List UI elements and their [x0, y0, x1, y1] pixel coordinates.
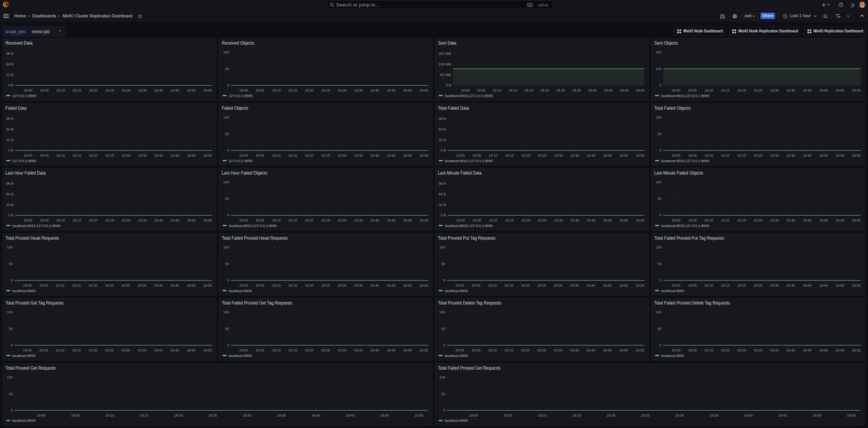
svg-text:96 B: 96 B [439, 117, 446, 120]
svg-text:19:45: 19:45 [386, 88, 395, 92]
svg-text:19:55: 19:55 [636, 88, 645, 92]
svg-text:64 B: 64 B [6, 192, 13, 196]
svg-text:19:05: 19:05 [255, 218, 265, 222]
svg-text:19:15: 19:15 [721, 88, 730, 92]
svg-text:19:10: 19:10 [272, 218, 281, 222]
svg-text:19:10: 19:10 [493, 88, 501, 92]
svg-text:19:35: 19:35 [354, 88, 363, 92]
svg-text:localhost:9000: localhost:9000 [661, 354, 684, 358]
svg-text:19:00: 19:00 [24, 218, 32, 222]
svg-text:19:05: 19:05 [40, 218, 49, 222]
svg-text:19:05: 19:05 [472, 283, 480, 287]
svg-text:19:45: 19:45 [819, 154, 828, 157]
svg-text:32 B: 32 B [439, 203, 446, 207]
svg-text:19:40: 19:40 [803, 348, 811, 353]
svg-text:0: 0 [227, 343, 229, 347]
svg-text:19:20: 19:20 [89, 218, 98, 222]
svg-text:19:35: 19:35 [570, 218, 579, 222]
svg-text:Total Proxied Put Tag Requests: Total Proxied Put Tag Requests [438, 236, 495, 241]
svg-text:50: 50 [441, 262, 445, 266]
svg-text:50: 50 [657, 327, 661, 331]
svg-text:19:10: 19:10 [56, 283, 64, 287]
svg-text:localhost:9010,127.0.0.1:9000: localhost:9010,127.0.0.1:9000 [661, 224, 709, 228]
svg-text:200: 200 [655, 50, 661, 54]
svg-text:100: 100 [439, 375, 445, 379]
svg-text:19:20: 19:20 [737, 348, 746, 353]
svg-text:19:45: 19:45 [170, 348, 179, 353]
svg-text:19:05: 19:05 [688, 154, 697, 157]
svg-text:19:15: 19:15 [721, 154, 730, 157]
svg-text:50: 50 [225, 197, 229, 201]
svg-text:19:00: 19:00 [469, 414, 478, 417]
svg-text:localhost:9010,127.0.0.1:9000: localhost:9010,127.0.0.1:9000 [12, 224, 60, 228]
svg-text:19:45: 19:45 [819, 218, 828, 222]
svg-text:100: 100 [7, 245, 13, 249]
svg-text:50: 50 [9, 262, 13, 266]
svg-text:19:25: 19:25 [321, 88, 330, 92]
svg-text:Total Failed Proxied Delete Ta: Total Failed Proxied Delete Tag Requests [654, 300, 730, 306]
svg-text:19:20: 19:20 [89, 154, 98, 157]
svg-text:localhost:9000: localhost:9000 [445, 419, 468, 423]
svg-text:64 B: 64 B [439, 192, 446, 196]
svg-text:Last Minute Failed Data: Last Minute Failed Data [438, 171, 482, 176]
svg-text:100: 100 [655, 115, 661, 119]
svg-text:19:55: 19:55 [203, 283, 212, 287]
svg-text:19:10: 19:10 [704, 218, 713, 222]
svg-text:19:15: 19:15 [504, 348, 514, 353]
svg-text:19:40: 19:40 [154, 88, 163, 92]
svg-text:19:20: 19:20 [737, 218, 746, 222]
svg-text:19:20: 19:20 [525, 88, 533, 92]
svg-text:64 B: 64 B [439, 127, 446, 131]
svg-text:19:30: 19:30 [770, 154, 779, 157]
svg-text:64 B: 64 B [6, 62, 13, 66]
svg-text:19:55: 19:55 [636, 348, 644, 353]
svg-text:50: 50 [657, 132, 661, 136]
svg-text:0 B: 0 B [8, 213, 13, 217]
svg-text:19:50: 19:50 [835, 348, 844, 353]
svg-text:19:55: 19:55 [420, 348, 428, 353]
svg-text:19:10: 19:10 [56, 218, 65, 222]
svg-text:19:50: 19:50 [619, 218, 628, 222]
svg-text:19:35: 19:35 [277, 414, 286, 417]
svg-text:19:00: 19:00 [24, 88, 32, 92]
svg-text:19:30: 19:30 [554, 283, 562, 287]
svg-text:19:20: 19:20 [305, 154, 313, 157]
svg-text:Total Proxied Get Requests: Total Proxied Get Requests [5, 366, 56, 371]
svg-text:19:25: 19:25 [537, 154, 546, 157]
svg-text:19:20: 19:20 [89, 348, 97, 353]
svg-text:19:15: 19:15 [72, 283, 81, 287]
svg-text:19:35: 19:35 [570, 348, 579, 353]
svg-text:19:40: 19:40 [587, 218, 595, 222]
svg-text:100: 100 [439, 310, 445, 314]
svg-text:19:55: 19:55 [420, 154, 428, 157]
svg-text:19:40: 19:40 [370, 88, 379, 92]
svg-text:19:40: 19:40 [370, 283, 379, 287]
svg-text:localhost:9010,127.0.0.1:9000: localhost:9010,127.0.0.1:9000 [661, 159, 709, 163]
svg-text:localhost:9000: localhost:9000 [12, 419, 35, 423]
svg-text:128 MiB: 128 MiB [438, 62, 452, 66]
svg-text:19:25: 19:25 [321, 283, 330, 287]
svg-text:19:50: 19:50 [835, 218, 844, 222]
svg-text:19:50: 19:50 [620, 88, 628, 92]
svg-text:19:05: 19:05 [503, 414, 513, 417]
svg-text:Failed Objects: Failed Objects [222, 105, 248, 111]
svg-text:Total Proxied Get Tag Requests: Total Proxied Get Tag Requests [5, 300, 64, 306]
svg-text:19:05: 19:05 [688, 283, 697, 287]
svg-text:Total Proxied Head Requests: Total Proxied Head Requests [5, 236, 59, 241]
svg-text:19:20: 19:20 [521, 154, 530, 157]
svg-text:19:25: 19:25 [321, 348, 330, 353]
svg-text:19:35: 19:35 [137, 348, 146, 353]
svg-text:19:50: 19:50 [835, 283, 844, 287]
svg-text:19:50: 19:50 [187, 88, 195, 92]
svg-text:50: 50 [657, 262, 661, 266]
svg-text:19:50: 19:50 [187, 348, 195, 353]
svg-text:19:00: 19:00 [239, 218, 248, 222]
svg-text:50: 50 [225, 327, 229, 331]
svg-text:19:25: 19:25 [208, 414, 217, 417]
svg-text:19:55: 19:55 [420, 88, 428, 92]
svg-text:Sent Data: Sent Data [438, 40, 456, 45]
svg-text:19:05: 19:05 [472, 348, 480, 353]
svg-text:19:55: 19:55 [852, 348, 861, 353]
svg-text:96 B: 96 B [439, 182, 446, 185]
svg-text:19:40: 19:40 [588, 88, 597, 92]
